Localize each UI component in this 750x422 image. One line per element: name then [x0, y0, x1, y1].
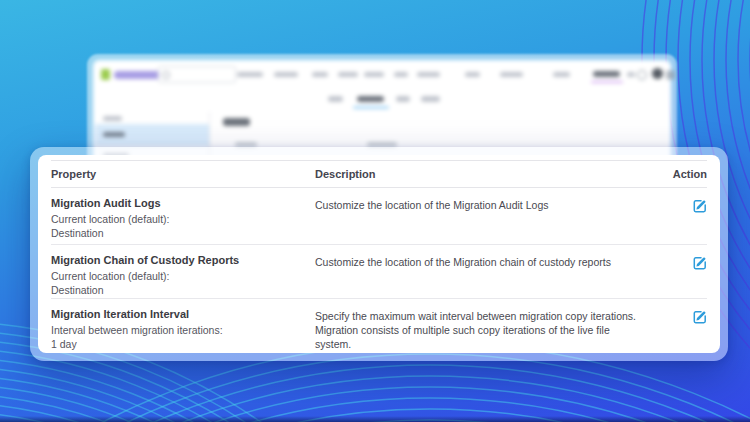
property-title: Migration Chain of Custody Reports	[51, 254, 315, 266]
nav-item-blurred	[274, 72, 298, 77]
edit-icon	[693, 310, 707, 324]
bottom-vignette	[0, 416, 750, 422]
description-cell: Customize the location of the Migration …	[315, 198, 667, 244]
property-title: Migration Iteration Interval	[51, 308, 315, 320]
property-current-label: Current location (default):	[51, 270, 315, 284]
description-cell: Specify the maximum wait interval betwee…	[315, 309, 667, 354]
nav-item-blurred	[237, 72, 263, 77]
property-title: Migration Audit Logs	[51, 197, 315, 209]
column-header-action: Action	[667, 168, 707, 180]
active-tab-underline	[353, 106, 389, 109]
edit-icon	[693, 256, 707, 270]
action-cell	[667, 308, 707, 354]
sidebar-item-blurred	[103, 116, 122, 121]
account-menu-blurred	[593, 71, 620, 77]
search-input	[158, 66, 236, 83]
nav-item-blurred	[553, 72, 570, 77]
action-cell	[667, 254, 707, 298]
column-header-property: Property	[51, 168, 315, 180]
property-current-value: Destination	[51, 227, 315, 241]
nav-item-blurred	[500, 72, 523, 77]
settings-table-card: Property Description Action Migration Au…	[30, 147, 728, 361]
column-header-description: Description	[315, 168, 667, 180]
property-cell: Migration Iteration Interval Interval be…	[51, 308, 315, 354]
property-cell: Migration Chain of Custody Reports Curre…	[51, 254, 315, 298]
nav-item-blurred	[417, 72, 440, 77]
account-menu-underline	[591, 81, 623, 83]
tab-active-blurred	[357, 96, 384, 102]
nav-item-blurred	[312, 72, 328, 77]
tab-blurred	[328, 96, 343, 102]
tab-blurred	[396, 96, 410, 102]
edit-icon	[693, 199, 707, 213]
search-icon	[162, 71, 170, 79]
nav-item-blurred	[465, 72, 480, 77]
edit-button[interactable]	[693, 310, 707, 324]
edit-button[interactable]	[693, 256, 707, 270]
app-logo-icon	[101, 69, 110, 80]
hamburger-menu-icon	[666, 71, 675, 79]
nav-item-blurred	[364, 72, 384, 77]
nav-item-blurred	[627, 72, 635, 77]
table-header-row: Property Description Action	[51, 160, 707, 188]
property-current-label: Current location (default):	[51, 213, 315, 227]
nav-item-blurred	[338, 72, 358, 77]
page-heading-blurred	[223, 118, 250, 126]
property-cell: Migration Audit Logs Current location (d…	[51, 197, 315, 244]
table-row: Migration Iteration Interval Interval be…	[51, 299, 707, 354]
table-row: Migration Chain of Custody Reports Curre…	[51, 245, 707, 299]
action-cell	[667, 197, 707, 244]
settings-table: Property Description Action Migration Au…	[38, 155, 720, 353]
nav-item-blurred	[394, 72, 408, 77]
table-row: Migration Audit Logs Current location (d…	[51, 188, 707, 245]
edit-button[interactable]	[693, 199, 707, 213]
property-current-label: Interval between migration iterations:	[51, 324, 315, 338]
property-current-value: Destination	[51, 284, 315, 298]
help-icon	[637, 70, 647, 80]
property-current-value: 1 day	[51, 338, 315, 352]
description-cell: Customize the location of the Migration …	[315, 255, 667, 298]
sidebar-item-label-blurred	[103, 132, 125, 137]
marketing-banner: { "colors": { "accent_blue": "#2D9CDB", …	[0, 0, 750, 422]
user-avatar-icon	[652, 68, 663, 79]
tab-blurred	[421, 96, 440, 102]
